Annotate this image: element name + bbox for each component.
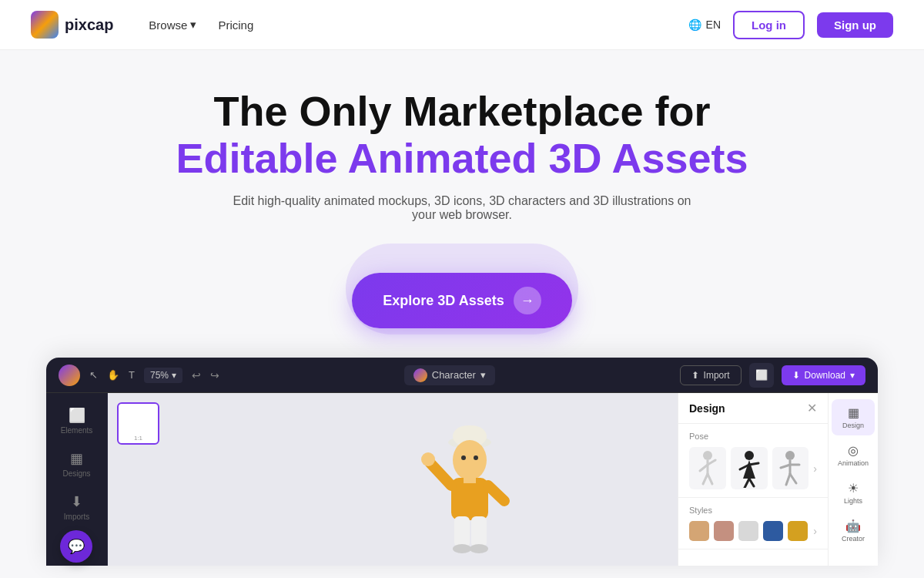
icon-bar-creator[interactable]: 🤖 Creator bbox=[832, 512, 875, 549]
icon-bar-animation[interactable]: ◎ Animation bbox=[832, 437, 875, 473]
icon-bar-design[interactable]: ▦ Design bbox=[832, 399, 875, 435]
close-panel-button[interactable]: ✕ bbox=[807, 401, 817, 415]
lights-icon: ☀ bbox=[848, 481, 859, 496]
pose-item-3[interactable] bbox=[772, 447, 809, 489]
chevron-down-icon: ▾ bbox=[190, 18, 196, 32]
explore-button[interactable]: Explore 3D Assets → bbox=[352, 273, 571, 328]
icon-bar: ▦ Design ◎ Animation ☀ Lights 🤖 Creator bbox=[828, 393, 878, 566]
svg-line-7 bbox=[430, 462, 451, 486]
svg-line-25 bbox=[749, 479, 754, 486]
svg-line-28 bbox=[781, 465, 790, 468]
sidebar-item-imports[interactable]: ⬇ Imports bbox=[50, 487, 104, 527]
pose-row: › bbox=[689, 447, 817, 489]
import-button[interactable]: ⬆ Import bbox=[680, 365, 742, 385]
svg-point-20 bbox=[745, 451, 754, 460]
style-swatch-4[interactable] bbox=[763, 521, 783, 541]
download-button[interactable]: ⬇ Download ▾ bbox=[782, 365, 865, 385]
pose-label: Pose bbox=[689, 432, 817, 441]
hero-title-line1: The Only Marketplace for bbox=[213, 89, 710, 134]
styles-row: › bbox=[689, 521, 817, 541]
logo[interactable]: pixcap bbox=[31, 11, 113, 39]
character-selector[interactable]: Character ▾ bbox=[404, 365, 495, 385]
chat-icon: 💬 bbox=[68, 538, 85, 555]
pose-item-2[interactable] bbox=[731, 447, 768, 489]
character-dot-icon bbox=[413, 368, 427, 382]
styles-next-icon[interactable]: › bbox=[813, 525, 817, 537]
svg-line-19 bbox=[708, 474, 712, 484]
hero-subtitle: Edit high-quality animated mockups, 3D i… bbox=[223, 194, 701, 222]
signup-button[interactable]: Sign up bbox=[817, 12, 893, 38]
svg-line-8 bbox=[488, 486, 504, 501]
designs-icon: ▦ bbox=[70, 450, 83, 467]
logo-text: pixcap bbox=[65, 16, 113, 34]
hero-title-line2: Editable Animated 3D Assets bbox=[176, 134, 748, 182]
elements-label: Elements bbox=[61, 426, 93, 435]
style-swatch-3[interactable] bbox=[738, 521, 758, 541]
pose-section: Pose bbox=[678, 424, 828, 498]
icon-bar-lights[interactable]: ☀ Lights bbox=[832, 475, 875, 511]
imports-icon: ⬇ bbox=[71, 493, 82, 510]
sidebar-item-elements[interactable]: ⬜ Elements bbox=[50, 401, 104, 441]
pricing-nav-link[interactable]: Pricing bbox=[210, 14, 261, 36]
login-button[interactable]: Log in bbox=[733, 11, 805, 39]
svg-rect-6 bbox=[464, 476, 476, 483]
canvas-area: 1:1 bbox=[108, 393, 678, 566]
hero-section: The Only Marketplace for Editable Animat… bbox=[0, 50, 924, 358]
creator-icon: 🤖 bbox=[845, 519, 861, 533]
svg-point-11 bbox=[421, 452, 435, 466]
chat-bubble-button[interactable]: 💬 bbox=[60, 530, 92, 563]
svg-line-24 bbox=[745, 479, 749, 488]
svg-point-14 bbox=[703, 451, 712, 460]
svg-line-18 bbox=[703, 474, 708, 484]
design-panel-header: Design ✕ bbox=[678, 393, 828, 424]
pose-item-1[interactable] bbox=[689, 447, 726, 489]
nav-right: 🌐 EN Log in Sign up bbox=[688, 11, 893, 39]
svg-point-26 bbox=[785, 451, 795, 460]
redo-button[interactable]: ↪ bbox=[210, 369, 219, 381]
svg-rect-10 bbox=[471, 516, 487, 547]
editor-body: ⬜ Elements ▦ Designs ⬇ Imports 1:1 bbox=[46, 393, 878, 566]
svg-line-23 bbox=[749, 463, 758, 465]
toolbar-center: Character ▾ bbox=[404, 365, 495, 385]
design-panel: Design ✕ Pose bbox=[678, 393, 828, 566]
import-icon: ⬆ bbox=[691, 370, 699, 381]
browse-nav-link[interactable]: Browse ▾ bbox=[141, 13, 204, 36]
design-panel-title: Design bbox=[689, 402, 725, 415]
svg-point-12 bbox=[453, 544, 471, 553]
copy-button[interactable]: ⬜ bbox=[749, 363, 774, 388]
toolbar-right: ⬆ Import ⬜ ⬇ Download ▾ bbox=[680, 363, 865, 388]
cursor-icon[interactable]: ↖ bbox=[89, 369, 98, 381]
chevron-down-icon: ▾ bbox=[850, 370, 855, 381]
svg-point-13 bbox=[470, 544, 488, 553]
style-swatch-2[interactable] bbox=[714, 521, 734, 541]
arrow-right-icon: → bbox=[514, 287, 541, 314]
elements-icon: ⬜ bbox=[69, 407, 85, 424]
chevron-down-icon: ▾ bbox=[480, 369, 486, 381]
globe-icon: 🌐 bbox=[688, 18, 701, 31]
styles-section: Styles › bbox=[678, 498, 828, 549]
download-icon: ⬇ bbox=[792, 370, 800, 381]
sidebar-item-designs[interactable]: ▦ Designs bbox=[50, 444, 104, 484]
character-display bbox=[262, 393, 678, 566]
ratio-badge: 1:1 bbox=[134, 435, 142, 442]
logo-icon bbox=[31, 11, 59, 39]
pose-next-icon[interactable]: › bbox=[813, 462, 817, 475]
animation-icon: ◎ bbox=[848, 443, 859, 458]
nav-links: Browse ▾ Pricing bbox=[141, 13, 261, 36]
nav-left: pixcap Browse ▾ Pricing bbox=[31, 11, 261, 39]
style-swatch-1[interactable] bbox=[689, 521, 709, 541]
svg-point-3 bbox=[461, 455, 466, 460]
explore-button-wrap: Explore 3D Assets → bbox=[346, 244, 578, 334]
canvas-thumbnail[interactable]: 1:1 bbox=[117, 402, 159, 445]
svg-point-2 bbox=[453, 440, 487, 480]
zoom-control[interactable]: 75% ▾ bbox=[144, 368, 182, 383]
svg-rect-9 bbox=[454, 516, 470, 547]
copy-icon: ⬜ bbox=[755, 369, 768, 381]
svg-line-31 bbox=[790, 474, 796, 483]
language-button[interactable]: 🌐 EN bbox=[688, 18, 721, 31]
hand-icon[interactable]: ✋ bbox=[107, 369, 119, 381]
style-swatch-5[interactable] bbox=[788, 521, 808, 541]
undo-button[interactable]: ↩ bbox=[192, 369, 201, 381]
toolbar-left: ↖ ✋ T 75% ▾ ↩ ↪ bbox=[59, 365, 219, 386]
text-tool-icon[interactable]: T bbox=[129, 369, 135, 381]
